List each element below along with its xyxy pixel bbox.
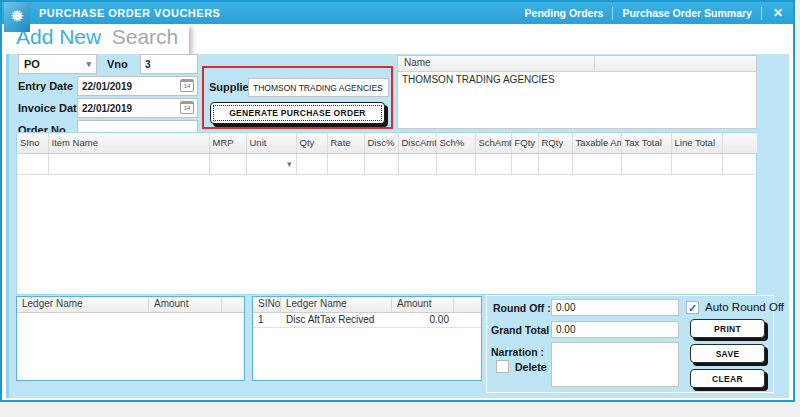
items-header-row: SIno Item Name MRP Unit Qty Rate Disc% D… bbox=[17, 133, 757, 153]
col-disc-amt: DiscAmt bbox=[398, 133, 436, 153]
ledger-row[interactable]: 1 Disc AftTax Recived 0.00 bbox=[253, 313, 481, 328]
supplier-label: Supplier bbox=[209, 81, 253, 93]
col-mrp: MRP bbox=[209, 133, 246, 153]
app-logo: ✹ bbox=[4, 2, 30, 32]
slno-header: SINo bbox=[253, 297, 281, 312]
grand-total-input[interactable] bbox=[551, 321, 679, 338]
tab-search[interactable]: Search bbox=[101, 25, 189, 55]
ledger-row-name: Disc AftTax Recived bbox=[281, 313, 392, 327]
voucher-type-value: PO bbox=[24, 58, 40, 70]
col-item-name: Item Name bbox=[48, 133, 209, 153]
print-button[interactable]: PRINT bbox=[690, 319, 765, 338]
name-grid-row[interactable]: THOMSON TRADING AGENCIES bbox=[398, 72, 756, 87]
pending-orders-link[interactable]: Pending Orders bbox=[525, 7, 604, 19]
disc-amt-cell[interactable] bbox=[398, 153, 436, 174]
col-rqty: RQty bbox=[538, 133, 572, 153]
col-slno: SIno bbox=[17, 133, 48, 153]
tab-strip: Add New Search bbox=[2, 24, 793, 54]
invoice-date-calendar-icon[interactable]: 14 bbox=[180, 101, 194, 114]
slno-cell[interactable] bbox=[17, 153, 48, 174]
items-entry-row: ▾ bbox=[17, 153, 757, 174]
round-off-input[interactable] bbox=[551, 299, 679, 316]
amount-header: Amount bbox=[149, 297, 222, 312]
sch-amt-cell[interactable] bbox=[475, 153, 511, 174]
qty-cell[interactable] bbox=[296, 153, 327, 174]
entry-date-label: Entry Date bbox=[18, 80, 73, 92]
amount-header: Amount bbox=[392, 297, 454, 312]
ledger-table-left: Ledger Name Amount bbox=[16, 296, 245, 381]
ledger-row-slno: 1 bbox=[253, 313, 281, 327]
title-bar: PURCHASE ORDER VOUCHERS Pending Orders P… bbox=[2, 2, 793, 24]
column-divider bbox=[594, 56, 595, 72]
purchase-order-summary-link[interactable]: Purchase Order Summary bbox=[622, 7, 752, 19]
round-off-label: Round Off : bbox=[493, 302, 551, 314]
entry-date-calendar-icon[interactable]: 14 bbox=[180, 79, 194, 92]
invoice-date-label: Invoice Date bbox=[18, 102, 83, 114]
col-line-total: Line Total bbox=[671, 133, 722, 153]
vno-input[interactable] bbox=[140, 54, 198, 74]
col-taxable-amt: Taxable Am bbox=[572, 133, 621, 153]
chevron-down-icon: ▾ bbox=[86, 59, 91, 69]
col-tax-total: Tax Total bbox=[621, 133, 671, 153]
blank-header bbox=[222, 297, 244, 312]
col-fqty: FQty bbox=[511, 133, 538, 153]
narration-input[interactable] bbox=[551, 342, 679, 387]
ledger-mid-header: SINo Ledger Name Amount bbox=[253, 297, 481, 313]
disc-pct-cell[interactable] bbox=[364, 153, 398, 174]
totals-section: Round Off : Grand Total : Narration : De… bbox=[486, 295, 774, 393]
mrp-cell[interactable] bbox=[209, 153, 246, 174]
auto-round-off-checkbox[interactable]: ✓ bbox=[686, 301, 699, 314]
grand-total-label: Grand Total : bbox=[491, 324, 556, 336]
narration-label: Narration : bbox=[491, 346, 544, 358]
line-total-cell[interactable] bbox=[671, 153, 722, 174]
titlebar-separator bbox=[761, 7, 762, 20]
vno-label: Vno bbox=[107, 58, 128, 70]
ledger-row-amount: 0.00 bbox=[392, 313, 454, 327]
item-name-cell[interactable] bbox=[48, 153, 209, 174]
ledger-name-header: Ledger Name bbox=[281, 297, 392, 312]
save-button[interactable]: SAVE bbox=[690, 344, 765, 363]
unit-cell[interactable]: ▾ bbox=[246, 153, 296, 174]
col-rate: Rate bbox=[327, 133, 364, 153]
check-icon: ✓ bbox=[688, 302, 697, 314]
name-grid-header: Name bbox=[398, 56, 756, 72]
supplier-highlight-box: Supplier GENERATE PURCHASE ORDER bbox=[202, 66, 393, 129]
ledger-table-middle: SINo Ledger Name Amount 1 Disc AftTax Re… bbox=[252, 296, 482, 381]
supplier-name-grid: Name THOMSON TRADING AGENCIES bbox=[397, 55, 757, 129]
auto-round-off-label: Auto Round Off bbox=[705, 301, 784, 313]
rqty-cell[interactable] bbox=[538, 153, 572, 174]
col-disc-pct: Disc% bbox=[364, 133, 398, 153]
unit-dropdown-icon[interactable]: ▾ bbox=[287, 159, 292, 169]
window-title: PURCHASE ORDER VOUCHERS bbox=[39, 2, 220, 24]
titlebar-separator bbox=[612, 7, 613, 20]
purchase-order-vouchers-window: PURCHASE ORDER VOUCHERS Pending Orders P… bbox=[0, 0, 795, 402]
name-column-header: Name bbox=[404, 57, 431, 68]
items-table: SIno Item Name MRP Unit Qty Rate Disc% D… bbox=[16, 132, 757, 295]
blank-header bbox=[454, 297, 481, 312]
col-sch-pct: Sch% bbox=[436, 133, 475, 153]
star-icon: ✹ bbox=[10, 7, 24, 26]
ledger-name-header: Ledger Name bbox=[17, 297, 149, 312]
col-sch-amt: SchAmt bbox=[475, 133, 511, 153]
clear-button[interactable]: CLEAR bbox=[690, 369, 765, 388]
rate-cell[interactable] bbox=[327, 153, 364, 174]
taxable-amt-cell[interactable] bbox=[572, 153, 621, 174]
delete-checkbox[interactable] bbox=[496, 360, 509, 373]
tax-total-cell[interactable] bbox=[621, 153, 671, 174]
voucher-type-dropdown[interactable]: PO ▾ bbox=[18, 54, 97, 74]
delete-label: Delete bbox=[515, 361, 547, 373]
generate-purchase-order-button[interactable]: GENERATE PURCHASE ORDER bbox=[210, 102, 385, 124]
ledger-left-header: Ledger Name Amount bbox=[17, 297, 244, 313]
col-qty: Qty bbox=[296, 133, 327, 153]
supplier-input[interactable] bbox=[248, 78, 389, 97]
sch-pct-cell[interactable] bbox=[436, 153, 475, 174]
blank-cell bbox=[722, 153, 757, 174]
col-unit: Unit bbox=[246, 133, 296, 153]
close-icon[interactable]: ✕ bbox=[771, 6, 785, 20]
fqty-cell[interactable] bbox=[511, 153, 538, 174]
col-blank bbox=[722, 133, 757, 153]
